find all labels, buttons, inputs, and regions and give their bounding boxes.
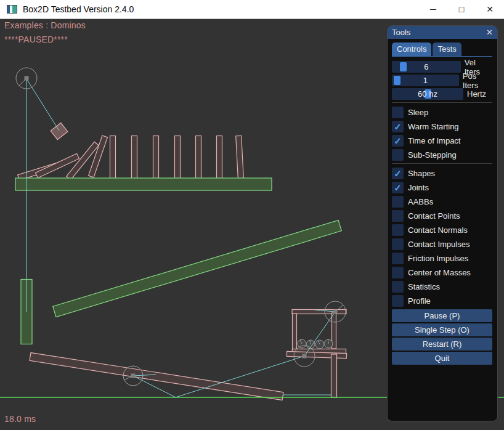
close-button[interactable]: ✕	[476, 0, 504, 18]
domino-upright-3	[153, 136, 159, 179]
shapes-label: Shapes	[408, 169, 435, 178]
domino-fallen-4	[89, 136, 108, 177]
tools-panel: Tools ✕ ControlsTests 6Vel Iters1Pos Ite…	[387, 25, 498, 421]
aabbs-row: AABBs	[392, 196, 492, 208]
contact-normals-label: Contact Normals	[408, 225, 468, 235]
pos-iters-value: 1	[392, 75, 459, 86]
checkbox-group: Sleep✓Warm Starting✓Time of ImpactSub-St…	[392, 107, 492, 307]
joints-label: Joints	[408, 183, 429, 192]
tools-panel-title: Tools	[392, 28, 410, 37]
joint-line-2	[26, 79, 59, 131]
contact-points-row: Contact Points	[392, 210, 492, 222]
sleep-row: Sleep	[392, 107, 492, 118]
statistics-checkbox[interactable]	[392, 281, 404, 293]
profile-label: Profile	[408, 296, 431, 306]
platform	[15, 178, 272, 190]
time-of-impact-checkbox[interactable]: ✓	[392, 135, 404, 147]
check-icon: ✓	[394, 136, 402, 145]
center-of-masses-checkbox[interactable]	[392, 267, 404, 278]
time-of-impact-row: ✓Time of Impact	[392, 135, 492, 147]
check-icon: ✓	[394, 169, 402, 178]
domino-upright-1	[110, 136, 116, 179]
ball-4-radius	[328, 339, 328, 344]
statistics-label: Statistics	[408, 282, 440, 291]
joint-wheel-frame-low-anchor	[303, 354, 307, 359]
domino-upright-6	[217, 136, 222, 179]
app-icon	[7, 5, 17, 14]
hertz-row: 60 hzHertz	[392, 88, 492, 100]
contact-impulses-label: Contact Impulses	[408, 240, 469, 249]
tab-bar: ControlsTests	[392, 43, 492, 57]
warm-starting-row: ✓Warm Starting	[392, 121, 492, 132]
tilted-plank	[30, 352, 283, 400]
contact-impulses-row: Contact Impulses	[392, 238, 492, 250]
frame-left-post	[293, 314, 297, 353]
slider-group: 6Vel Iters1Pos Iters60 hzHertz	[392, 61, 492, 100]
domino-upright-4	[175, 136, 181, 179]
check-icon: ✓	[394, 122, 402, 131]
sleep-checkbox[interactable]	[392, 107, 404, 118]
vel-iters-slider[interactable]: 6	[392, 61, 461, 73]
hertz-value: 60 hz	[392, 88, 463, 100]
pos-iters-row: 1Pos Iters	[392, 75, 492, 86]
vel-iters-value: 6	[392, 61, 461, 73]
time-of-impact-label: Time of Impact	[408, 136, 460, 145]
pos-iters-label: Pos Iters	[463, 71, 492, 90]
aabbs-label: AABBs	[408, 197, 433, 206]
quit-button[interactable]: Quit	[392, 352, 492, 365]
tab-tests[interactable]: Tests	[433, 43, 461, 56]
domino-upright-2	[132, 136, 137, 179]
joint-wheel-plank-anchor	[131, 374, 136, 378]
restart-r-button[interactable]: Restart (R)	[392, 338, 492, 351]
button-group: Pause (P)Single Step (O)Restart (R)Quit	[392, 309, 492, 365]
contact-points-checkbox[interactable]	[392, 210, 404, 222]
profile-row: Profile	[392, 295, 492, 307]
check-icon: ✓	[394, 183, 402, 192]
hertz-slider[interactable]: 60 hz	[392, 88, 463, 100]
joints-row: ✓Joints	[392, 182, 492, 193]
sub-stepping-label: Sub-Stepping	[408, 150, 457, 160]
single-step-o-button[interactable]: Single Step (O)	[392, 323, 492, 336]
friction-impulses-label: Friction Impulses	[408, 254, 468, 263]
ramp	[53, 220, 342, 317]
contact-points-label: Contact Points	[408, 211, 460, 221]
center-of-masses-row: Center of Masses	[392, 267, 492, 278]
center-of-masses-label: Center of Masses	[408, 268, 471, 277]
joint-wheel-frame-top-anchor	[333, 310, 338, 314]
profile-checkbox[interactable]	[392, 295, 404, 307]
tab-controls[interactable]: Controls	[392, 43, 431, 56]
aabbs-checkbox[interactable]	[392, 196, 404, 208]
panel-close-icon[interactable]: ✕	[486, 28, 493, 37]
sub-stepping-row: Sub-Stepping	[392, 149, 492, 161]
contact-impulses-checkbox[interactable]	[392, 238, 404, 250]
tools-panel-body: ControlsTests 6Vel Iters1Pos Iters60 hzH…	[388, 39, 497, 421]
domino-upright-5	[196, 136, 201, 179]
separator	[392, 102, 492, 103]
friction-impulses-row: Friction Impulses	[392, 253, 492, 264]
frame-right-post-lower	[331, 354, 337, 397]
warm-starting-checkbox[interactable]: ✓	[392, 121, 404, 132]
frame-time-label: 18.0 ms	[4, 414, 36, 424]
tools-panel-titlebar[interactable]: Tools ✕	[388, 26, 497, 39]
separator	[392, 163, 492, 164]
sleep-label: Sleep	[408, 108, 428, 117]
joint-wheel-pendulum-anchor	[25, 76, 29, 81]
pause-p-button[interactable]: Pause (P)	[392, 309, 492, 322]
window-title: Box2D Testbed Version 2.4.0	[23, 4, 134, 14]
pos-iters-slider[interactable]: 1	[392, 75, 459, 86]
contact-normals-row: Contact Normals	[392, 224, 492, 236]
friction-impulses-checkbox[interactable]	[392, 253, 404, 264]
contact-normals-checkbox[interactable]	[392, 224, 404, 236]
domino-upright-7	[236, 136, 244, 178]
warm-starting-label: Warm Starting	[408, 122, 459, 131]
joints-checkbox[interactable]: ✓	[392, 182, 404, 193]
swinging-box	[51, 123, 68, 139]
example-label: Examples : Dominos	[4, 20, 86, 30]
window-controls: ─ □ ✕	[419, 0, 504, 18]
statistics-row: Statistics	[392, 281, 492, 293]
sub-stepping-checkbox[interactable]	[392, 149, 404, 161]
maximize-button[interactable]: □	[447, 0, 476, 18]
shapes-checkbox[interactable]: ✓	[392, 168, 404, 179]
window-titlebar: Box2D Testbed Version 2.4.0 ─ □ ✕	[0, 0, 504, 19]
minimize-button[interactable]: ─	[419, 0, 447, 18]
